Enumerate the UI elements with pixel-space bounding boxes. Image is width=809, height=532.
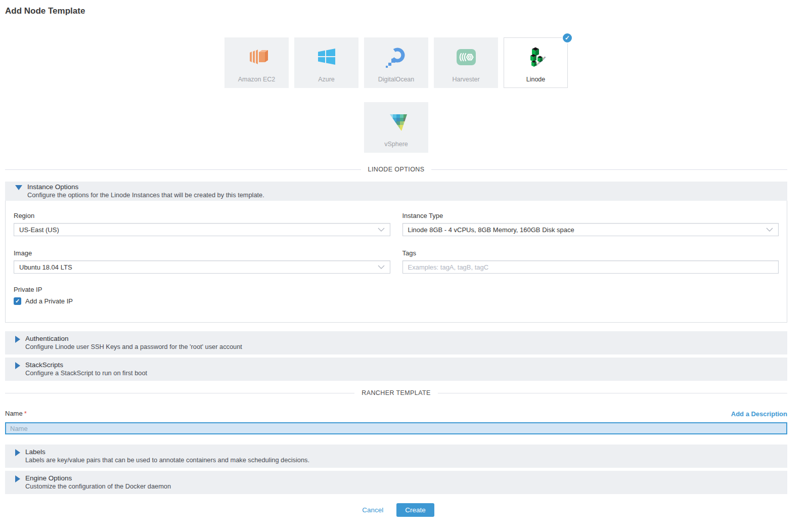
provider-label: DigitalOcean xyxy=(378,76,415,83)
add-description-link[interactable]: Add a Description xyxy=(731,410,787,418)
name-row: Name* Add a Description xyxy=(5,409,787,418)
rancher-template-divider: RANCHER TEMPLATE xyxy=(5,389,787,396)
provider-card-linode[interactable]: linode.com Linode xyxy=(504,37,568,88)
image-field: Image Ubuntu 18.04 LTS xyxy=(14,249,390,274)
vsphere-icon xyxy=(384,107,409,137)
instance-options-section: Instance Options Configure the options f… xyxy=(5,182,787,323)
image-label: Image xyxy=(14,249,390,257)
section-description: Customize the configuration of the Docke… xyxy=(25,482,171,490)
instance-type-select[interactable]: Linode 8GB - 4 vCPUs, 8GB Memory, 160GB … xyxy=(402,223,779,236)
image-select[interactable]: Ubuntu 18.04 LTS xyxy=(14,260,390,274)
expand-triangle-icon xyxy=(15,449,20,456)
engine-options-section: Engine Options Customize the configurati… xyxy=(5,471,787,494)
name-input[interactable] xyxy=(5,422,787,434)
tags-field: Tags xyxy=(402,249,779,274)
provider-label: Azure xyxy=(318,76,335,83)
private-ip-label: Private IP xyxy=(14,286,779,293)
digitalocean-icon xyxy=(384,42,409,72)
section-description: Labels are key/value pairs that can be u… xyxy=(25,456,309,464)
amazon-ec2-icon xyxy=(245,42,269,72)
provider-card-azure[interactable]: Azure xyxy=(294,37,358,88)
divider-label: RANCHER TEMPLATE xyxy=(354,389,438,396)
section-description: Configure the options for the Linode Ins… xyxy=(27,191,264,199)
section-title: Authentication xyxy=(25,335,242,342)
section-title: Labels xyxy=(25,448,309,456)
image-value: Ubuntu 18.04 LTS xyxy=(19,263,72,271)
section-title: Engine Options xyxy=(25,474,171,482)
labels-section: Labels Labels are key/value pairs that c… xyxy=(5,445,787,468)
footer-actions: Cancel Create xyxy=(5,503,787,517)
expand-triangle-icon xyxy=(15,336,20,343)
stackscripts-section: StackScripts Configure a StackScript to … xyxy=(5,358,787,381)
section-title: Instance Options xyxy=(27,183,264,191)
private-ip-group: Private IP Add a Private IP xyxy=(14,286,779,305)
expand-triangle-icon xyxy=(15,362,20,369)
harvester-icon xyxy=(454,42,478,72)
tags-input[interactable] xyxy=(402,260,779,274)
instance-type-value: Linode 8GB - 4 vCPUs, 8GB Memory, 160GB … xyxy=(408,226,574,234)
region-label: Region xyxy=(14,212,390,219)
required-asterisk: * xyxy=(24,410,27,417)
create-button[interactable]: Create xyxy=(396,503,434,517)
linode-options-divider: LINODE OPTIONS xyxy=(5,166,787,173)
provider-card-harvester[interactable]: Harvester xyxy=(434,37,498,88)
chevron-down-icon xyxy=(766,228,773,232)
region-value: US-East (US) xyxy=(19,226,59,234)
linode-icon: linode.com xyxy=(524,42,548,72)
chevron-down-icon xyxy=(378,265,385,269)
region-select[interactable]: US-East (US) xyxy=(14,223,390,236)
authentication-section: Authentication Configure Linode user SSH… xyxy=(5,331,787,354)
provider-label: Harvester xyxy=(452,76,479,83)
provider-label: vSphere xyxy=(384,141,408,148)
name-label: Name xyxy=(5,410,23,417)
instance-options-body: Region US-East (US) Instance Type Linode… xyxy=(5,201,787,323)
collapse-triangle-icon xyxy=(15,185,22,190)
private-ip-checkbox-row: Add a Private IP xyxy=(14,297,779,305)
selected-check-icon xyxy=(562,32,573,43)
divider-label: LINODE OPTIONS xyxy=(361,166,432,173)
provider-label: Linode xyxy=(526,76,546,83)
provider-row-1: Amazon EC2 Azure xyxy=(5,37,787,88)
provider-card-vsphere[interactable]: vSphere xyxy=(364,102,428,153)
add-node-template-page: Add Node Template Amazon EC2 xyxy=(0,0,809,524)
authentication-header[interactable]: Authentication Configure Linode user SSH… xyxy=(5,331,787,354)
provider-card-amazon-ec2[interactable]: Amazon EC2 xyxy=(224,37,289,88)
private-ip-checkbox-label: Add a Private IP xyxy=(25,297,73,305)
tags-label: Tags xyxy=(402,249,779,257)
section-title: StackScripts xyxy=(25,361,147,369)
section-description: Configure a StackScript to run on first … xyxy=(25,369,147,377)
page-title: Add Node Template xyxy=(5,6,787,16)
provider-label: Amazon EC2 xyxy=(238,76,276,83)
chevron-down-icon xyxy=(378,228,385,232)
provider-row-2: vSphere xyxy=(5,102,787,153)
azure-icon xyxy=(314,42,339,72)
region-field: Region US-East (US) xyxy=(14,212,390,236)
cancel-button[interactable]: Cancel xyxy=(358,504,387,516)
provider-card-digitalocean[interactable]: DigitalOcean xyxy=(364,37,428,88)
labels-header[interactable]: Labels Labels are key/value pairs that c… xyxy=(5,445,787,468)
engine-options-header[interactable]: Engine Options Customize the configurati… xyxy=(5,471,787,494)
instance-type-field: Instance Type Linode 8GB - 4 vCPUs, 8GB … xyxy=(402,212,779,236)
instance-options-header[interactable]: Instance Options Configure the options f… xyxy=(5,182,787,201)
instance-type-label: Instance Type xyxy=(402,212,779,219)
stackscripts-header[interactable]: StackScripts Configure a StackScript to … xyxy=(5,358,787,381)
expand-triangle-icon xyxy=(15,475,20,482)
section-description: Configure Linode user SSH Keys and a pas… xyxy=(25,343,242,350)
private-ip-checkbox[interactable] xyxy=(14,297,21,305)
